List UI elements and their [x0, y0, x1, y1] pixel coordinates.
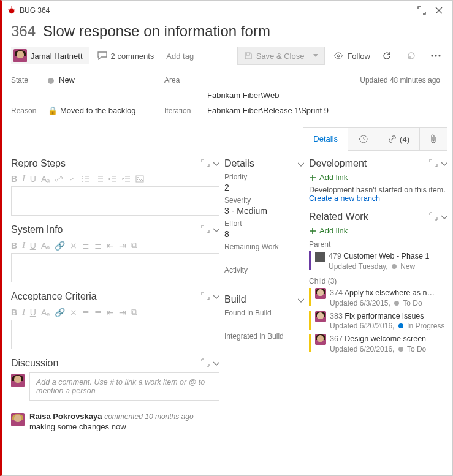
expand-icon[interactable]: [429, 212, 438, 222]
found-in-build-field[interactable]: [224, 319, 304, 328]
unlink-icon[interactable]: [68, 175, 77, 183]
link-tool-icon[interactable]: 🔗: [55, 308, 65, 317]
number-list-icon[interactable]: ≣: [94, 308, 102, 317]
indent-icon[interactable]: [122, 175, 131, 183]
underline-icon[interactable]: U: [30, 241, 36, 251]
repro-steps-input[interactable]: [11, 186, 219, 216]
image-tool-icon[interactable]: ⧉: [131, 307, 137, 317]
discussion-input[interactable]: Add a comment. Use # to link a work item…: [29, 372, 219, 401]
area-field[interactable]: Fabrikam Fiber\Web: [207, 91, 444, 100]
expand-icon[interactable]: [201, 358, 210, 369]
svg-point-4: [337, 55, 340, 57]
outdent-icon[interactable]: ⇤: [107, 241, 114, 251]
unlink-icon[interactable]: ⤫: [70, 308, 77, 317]
save-and-close-button[interactable]: Save & Close: [237, 47, 325, 65]
number-list-icon[interactable]: [95, 175, 104, 183]
collapse-icon[interactable]: [298, 295, 304, 304]
collapse-icon[interactable]: [213, 292, 219, 302]
comments-link[interactable]: 2 comments: [97, 51, 154, 61]
iteration-field[interactable]: Fabrikam Fiber\Release 1\Sprint 9: [207, 106, 444, 115]
link-icon: [388, 135, 397, 143]
follow-label: Follow: [347, 51, 370, 61]
integrated-in-build-field[interactable]: [224, 342, 304, 352]
indent-icon[interactable]: ⇥: [119, 308, 126, 317]
outdent-icon[interactable]: [108, 175, 117, 183]
italic-icon[interactable]: I: [22, 308, 25, 317]
collapse-icon[interactable]: [213, 225, 219, 235]
header: 364 Slow response on information form Ja…: [2, 20, 452, 67]
assignee-picker[interactable]: Jamal Hartnett: [11, 47, 89, 64]
maximize-icon[interactable]: [413, 3, 430, 18]
state-field[interactable]: New: [48, 75, 164, 85]
rich-text-toolbar[interactable]: BIUAₐ🔗⤫≣≣⇤⇥⧉: [11, 306, 219, 320]
acceptance-input[interactable]: [11, 320, 219, 349]
related-item-child[interactable]: 374 Apply fix elsewhere as n… Updated 6/…: [309, 288, 447, 309]
tab-links[interactable]: (4): [378, 128, 420, 150]
collapse-icon[interactable]: [298, 159, 304, 168]
bold-icon[interactable]: B: [11, 241, 17, 251]
tab-attachments[interactable]: [420, 128, 447, 150]
activity-field[interactable]: [224, 276, 304, 285]
title-bar-text: BUG 364: [20, 6, 50, 15]
avatar-icon: [315, 334, 326, 345]
more-actions-button[interactable]: [428, 48, 444, 64]
discussion-header: Discussion: [11, 358, 201, 369]
unlink-icon[interactable]: ⤫: [70, 241, 77, 251]
related-id: 367: [330, 334, 343, 343]
image-tool-icon[interactable]: [135, 175, 144, 183]
add-dev-link-button[interactable]: Add link: [309, 173, 447, 182]
expand-icon[interactable]: [201, 225, 210, 235]
related-item-child[interactable]: 367 Design welcome screen Updated 6/20/2…: [309, 334, 447, 355]
title-bar: BUG 364: [2, 1, 452, 20]
bold-icon[interactable]: B: [11, 174, 17, 184]
font-icon[interactable]: Aₐ: [41, 174, 50, 184]
close-icon[interactable]: [430, 3, 447, 18]
rich-text-toolbar[interactable]: BIUAₐ🔗⤫≣≣⇤⇥⧉: [11, 239, 219, 253]
tab-history[interactable]: [348, 128, 378, 150]
remaining-work-label: Remaining Work: [224, 243, 304, 251]
follow-button[interactable]: Follow: [333, 51, 370, 61]
collapse-icon[interactable]: [441, 159, 447, 169]
indent-icon[interactable]: ⇥: [119, 241, 126, 251]
add-tag-button[interactable]: Add tag: [162, 50, 197, 62]
reason-field[interactable]: 🔒Moved to the backlog: [48, 106, 164, 115]
related-item-parent[interactable]: 479 Customer Web - Phase 1 Updated Tuesd…: [309, 251, 447, 272]
effort-field[interactable]: 8: [224, 229, 304, 239]
bullet-list-icon[interactable]: ≣: [82, 241, 89, 251]
bullet-list-icon[interactable]: [82, 175, 90, 183]
italic-icon[interactable]: I: [22, 174, 25, 184]
expand-icon[interactable]: [201, 292, 210, 302]
italic-icon[interactable]: I: [22, 241, 25, 251]
font-icon[interactable]: Aₐ: [41, 308, 50, 317]
link-tool-icon[interactable]: [55, 175, 63, 183]
work-item-title[interactable]: Slow response on information form: [43, 23, 270, 40]
related-item-child[interactable]: 383 Fix performance issues Updated 6/20/…: [309, 311, 447, 332]
refresh-button[interactable]: [379, 48, 395, 64]
add-link-label: Add link: [319, 226, 348, 235]
tab-details[interactable]: Details: [303, 128, 348, 151]
underline-icon[interactable]: U: [30, 174, 36, 184]
image-tool-icon[interactable]: ⧉: [131, 240, 137, 251]
add-related-link-button[interactable]: Add link: [309, 226, 447, 235]
priority-field[interactable]: 2: [224, 183, 304, 192]
undo-button[interactable]: [403, 48, 419, 64]
collapse-icon[interactable]: [213, 159, 219, 169]
rich-text-toolbar[interactable]: B I U Aₐ: [11, 173, 219, 186]
expand-icon[interactable]: [201, 159, 210, 169]
collapse-icon[interactable]: [441, 212, 447, 222]
font-icon[interactable]: Aₐ: [41, 241, 50, 251]
bullet-list-icon[interactable]: ≣: [82, 308, 89, 317]
severity-field[interactable]: 3 - Medium: [224, 206, 304, 216]
link-tool-icon[interactable]: 🔗: [55, 241, 65, 251]
save-dropdown-caret[interactable]: [308, 50, 318, 61]
system-info-input[interactable]: [11, 253, 219, 282]
outdent-icon[interactable]: ⇤: [107, 308, 114, 317]
underline-icon[interactable]: U: [30, 308, 36, 317]
expand-icon[interactable]: [429, 159, 438, 169]
number-list-icon[interactable]: ≣: [94, 241, 102, 251]
bold-icon[interactable]: B: [11, 308, 17, 317]
collapse-icon[interactable]: [213, 358, 219, 369]
remaining-work-field[interactable]: [224, 252, 304, 262]
create-branch-link[interactable]: Create a new branch: [309, 194, 447, 203]
priority-label: Priority: [224, 173, 304, 181]
